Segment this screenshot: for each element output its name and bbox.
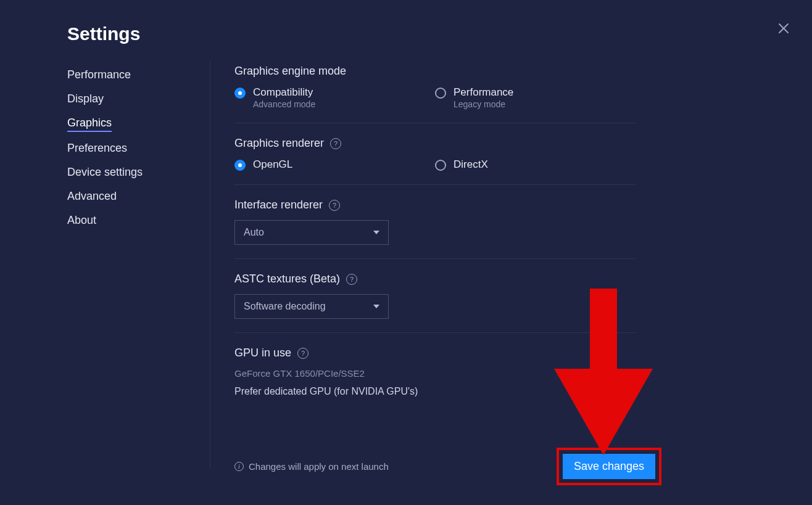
chevron-down-icon — [373, 231, 379, 234]
radio-label: Compatibility — [253, 86, 315, 99]
radio-option-performance[interactable]: Performance Legacy mode — [435, 86, 636, 109]
sidebar-item-preferences[interactable]: Preferences — [67, 142, 203, 156]
radio-label: DirectX — [454, 158, 488, 171]
radio-option-directx[interactable]: DirectX — [435, 158, 636, 171]
close-button[interactable] — [776, 21, 791, 36]
section-interface-renderer: Interface renderer ? Auto — [234, 199, 636, 259]
gpu-note: Prefer dedicated GPU (for NVIDIA GPU's) — [234, 386, 636, 397]
page-title: Settings — [67, 23, 140, 44]
radio-icon — [234, 160, 246, 171]
section-graphics-engine-mode: Graphics engine mode Compatibility Advan… — [234, 65, 636, 123]
sidebar-item-graphics[interactable]: Graphics — [67, 117, 112, 132]
radio-icon — [234, 88, 246, 99]
radio-label: OpenGL — [253, 158, 292, 171]
section-title: GPU in use — [234, 347, 291, 359]
sidebar-item-about[interactable]: About — [67, 214, 203, 228]
sidebar-item-advanced[interactable]: Advanced — [67, 190, 203, 204]
radio-option-compatibility[interactable]: Compatibility Advanced mode — [234, 86, 435, 109]
annotation-highlight-box: Save changes — [557, 448, 661, 485]
astc-textures-select[interactable]: Software decoding — [234, 294, 389, 319]
section-astc-textures: ASTC textures (Beta) ? Software decoding — [234, 273, 636, 333]
close-icon — [776, 21, 791, 36]
save-changes-button[interactable]: Save changes — [563, 454, 655, 479]
gpu-value: GeForce GTX 1650/PCIe/SSE2 — [234, 368, 636, 379]
divider-vertical — [210, 62, 210, 469]
radio-icon — [435, 88, 446, 99]
help-icon[interactable]: ? — [297, 348, 309, 359]
radio-option-opengl[interactable]: OpenGL — [234, 158, 435, 171]
sidebar-item-performance[interactable]: Performance — [67, 68, 203, 83]
help-icon[interactable]: ? — [329, 200, 340, 211]
section-title: ASTC textures (Beta) — [234, 273, 340, 285]
settings-sidebar: Performance Display Graphics Preferences… — [67, 68, 203, 228]
help-icon[interactable]: ? — [346, 274, 357, 285]
radio-sublabel: Legacy mode — [454, 99, 513, 109]
select-value: Auto — [244, 227, 264, 238]
section-graphics-renderer: Graphics renderer ? OpenGL DirectX — [234, 137, 636, 185]
section-gpu-in-use: GPU in use ? GeForce GTX 1650/PCIe/SSE2 … — [234, 347, 636, 411]
section-title: Interface renderer — [234, 199, 323, 211]
info-icon: i — [234, 462, 244, 471]
footer-notice: i Changes will apply on next launch — [234, 461, 389, 472]
footer: i Changes will apply on next launch Save… — [234, 448, 661, 485]
footer-notice-text: Changes will apply on next launch — [249, 461, 389, 472]
sidebar-item-device-settings[interactable]: Device settings — [67, 166, 203, 180]
select-value: Software decoding — [244, 301, 326, 312]
section-title: Graphics renderer — [234, 137, 324, 150]
interface-renderer-select[interactable]: Auto — [234, 220, 389, 245]
radio-sublabel: Advanced mode — [253, 99, 315, 109]
settings-content: Graphics engine mode Compatibility Advan… — [234, 65, 636, 424]
chevron-down-icon — [373, 305, 379, 308]
radio-icon — [435, 160, 446, 171]
section-title: Graphics engine mode — [234, 65, 346, 78]
help-icon[interactable]: ? — [330, 138, 341, 149]
radio-label: Performance — [454, 86, 513, 99]
sidebar-item-display[interactable]: Display — [67, 92, 203, 107]
